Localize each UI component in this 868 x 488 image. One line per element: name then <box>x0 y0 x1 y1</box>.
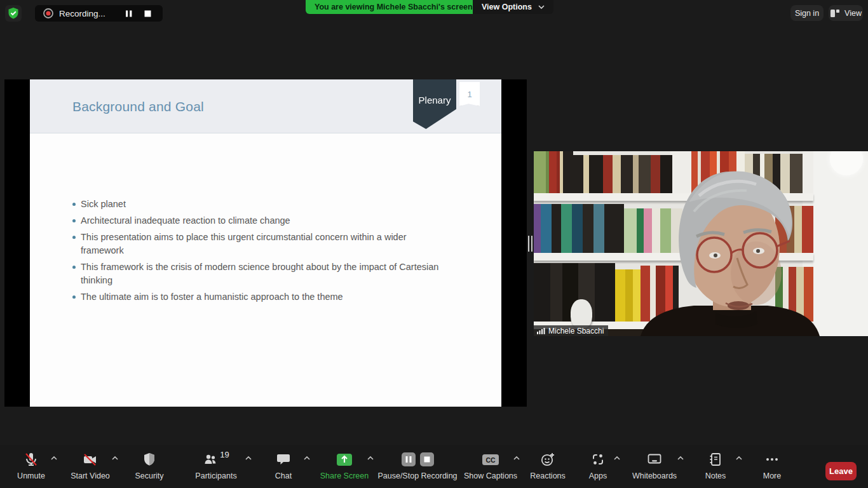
microphone-muted-icon <box>24 451 39 468</box>
slide-page-number: 1 <box>459 82 480 106</box>
share-screen-button[interactable]: Share Screen <box>313 451 376 484</box>
show-captions-label: Show Captions <box>464 471 517 480</box>
pause-recording-icon[interactable] <box>122 6 136 20</box>
captions-caret-icon[interactable] <box>513 456 520 460</box>
more-dots-icon <box>764 451 780 468</box>
slide-bullet: The ultimate aim is to foster a humanist… <box>72 290 444 304</box>
participant-video-tile[interactable]: Michele Sbacchi <box>534 151 868 336</box>
stop-recording-toolbar-icon[interactable] <box>419 452 435 467</box>
apps-button[interactable]: Apps <box>573 451 623 484</box>
reactions-smiley-icon <box>540 451 555 468</box>
apps-label: Apps <box>589 471 607 480</box>
notes-button[interactable]: Notes <box>686 451 745 484</box>
video-options-caret-icon[interactable] <box>112 456 118 460</box>
recording-label: Recording... <box>59 9 105 18</box>
start-video-button[interactable]: Start Video <box>60 451 121 484</box>
share-options-caret-icon[interactable] <box>367 456 374 460</box>
chat-label: Chat <box>275 471 292 480</box>
whiteboard-icon <box>647 451 662 468</box>
participant-name: Michele Sbacchi <box>548 327 604 336</box>
slide-bullet-list: Sick planet Architectural inadequate rea… <box>72 198 444 307</box>
participant-name-tag: Michele Sbacchi <box>534 325 608 336</box>
pause-stop-recording-button[interactable]: Pause/Stop Recording <box>376 451 459 484</box>
svg-text:CC: CC <box>485 456 496 464</box>
share-screen-icon <box>336 451 353 468</box>
zoom-meeting-window: Recording... You are viewing Michele Sba… <box>0 0 868 488</box>
unmute-label: Unmute <box>17 471 45 480</box>
participants-count-badge: 19 <box>220 450 229 459</box>
shield-check-icon <box>6 6 20 20</box>
view-options-label: View Options <box>482 3 532 11</box>
reactions-button[interactable]: Reactions <box>522 451 573 484</box>
meeting-security-shield[interactable] <box>5 5 22 22</box>
slide-bullet: Architectural inadequate reaction to cli… <box>72 214 444 227</box>
start-video-label: Start Video <box>71 471 110 480</box>
recording-indicator: Recording... <box>35 5 163 22</box>
viewing-banner-text: You are viewing Michele Sbacchi's screen <box>315 3 473 11</box>
security-label: Security <box>135 471 163 480</box>
apps-icon <box>590 451 606 468</box>
pause-recording-toolbar-icon[interactable] <box>401 452 416 467</box>
participants-caret-icon[interactable] <box>245 456 252 460</box>
show-captions-button[interactable]: CC Show Captions <box>459 451 522 484</box>
chat-bubble-icon <box>276 451 291 468</box>
whiteboards-button[interactable]: Whiteboards <box>623 451 686 484</box>
notes-caret-icon[interactable] <box>736 456 742 460</box>
reactions-label: Reactions <box>530 471 566 480</box>
viewing-screen-banner: You are viewing Michele Sbacchi's screen <box>306 0 482 14</box>
sign-in-label: Sign in <box>795 9 819 18</box>
whiteboards-caret-icon[interactable] <box>677 456 684 460</box>
notes-icon <box>708 451 723 468</box>
slide-bullet: This framework is the crisis of modern s… <box>72 261 444 287</box>
chevron-down-icon <box>538 5 545 9</box>
participants-button[interactable]: 19 Participants <box>178 451 254 484</box>
panel-resize-handle[interactable] <box>528 236 533 252</box>
participant-video-figure <box>534 151 868 336</box>
view-label: View <box>844 9 862 18</box>
more-label: More <box>763 471 781 480</box>
shared-screen-region: Background and Goal 1 Plenary Sick plane… <box>4 79 527 407</box>
sign-in-button[interactable]: Sign in <box>790 5 824 21</box>
camera-off-icon <box>83 451 98 468</box>
closed-captions-icon: CC <box>482 451 499 468</box>
stop-recording-icon[interactable] <box>141 6 155 20</box>
notes-label: Notes <box>705 471 726 480</box>
connection-signal-icon <box>537 327 545 334</box>
meeting-toolbar: Unmute Start Video Security <box>0 445 868 488</box>
pause-stop-recording-label: Pause/Stop Recording <box>377 471 457 480</box>
security-shield-icon <box>142 451 157 468</box>
chat-button[interactable]: Chat <box>254 451 313 484</box>
chat-caret-icon[interactable] <box>304 456 310 460</box>
audio-options-caret-icon[interactable] <box>51 456 57 460</box>
layout-view-icon <box>830 8 841 18</box>
view-layout-button[interactable]: View <box>829 5 863 21</box>
apps-caret-icon[interactable] <box>614 456 620 460</box>
leave-button[interactable]: Leave <box>825 462 857 480</box>
security-button[interactable]: Security <box>121 451 178 484</box>
participants-icon <box>203 452 218 467</box>
presentation-slide: Background and Goal 1 Plenary Sick plane… <box>30 79 501 407</box>
whiteboards-label: Whiteboards <box>632 471 677 480</box>
unmute-button[interactable]: Unmute <box>3 451 60 484</box>
slide-title: Background and Goal <box>72 99 204 114</box>
slide-bullet: This presentation aims to place this urg… <box>72 231 444 257</box>
view-options-dropdown[interactable]: View Options <box>473 0 553 14</box>
record-dot-icon <box>43 8 54 19</box>
participants-label: Participants <box>195 471 236 480</box>
share-screen-label: Share Screen <box>320 471 369 480</box>
slide-bullet: Sick planet <box>72 198 444 211</box>
more-button[interactable]: More <box>745 451 799 484</box>
